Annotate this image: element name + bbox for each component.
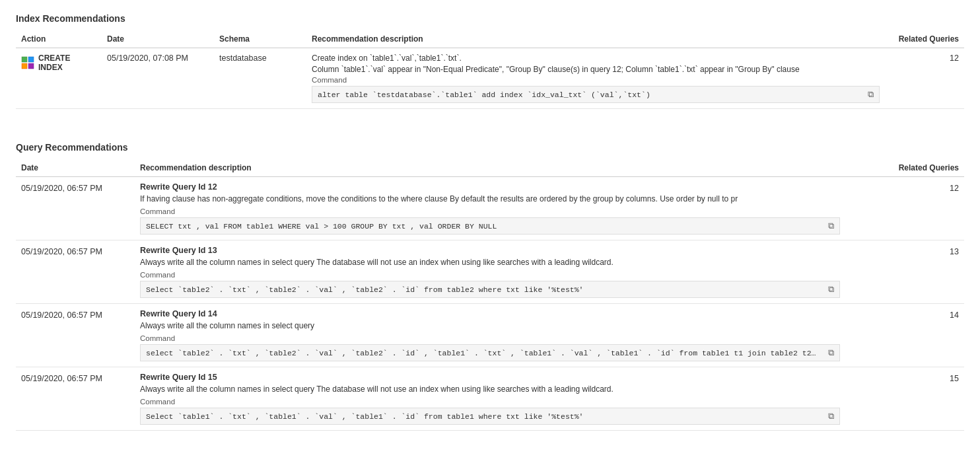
query-recommendations-table: Date Recommendation description Related … [16, 159, 964, 431]
query-rec-description: If having clause has non-aggregate condi… [140, 194, 866, 203]
query-table-row: 05/19/2020, 06:57 PMRewrite Query Id 12I… [16, 177, 964, 240]
copy-icon[interactable]: ⧉ [828, 221, 834, 231]
command-text: alter table `testdatabase`.`table1` add … [318, 91, 858, 99]
query-related-queries-cell: 12 [885, 177, 964, 240]
query-col-related: Related Queries [885, 159, 964, 177]
query-rec-title: Rewrite Query Id 14 [140, 309, 880, 318]
query-related-queries-cell: 15 [885, 367, 964, 431]
query-date-cell: 05/19/2020, 06:57 PM [16, 304, 135, 367]
rec-description-line: Column `table1`.`val` appear in "Non-Equ… [312, 65, 814, 74]
command-box: alter table `testdatabase`.`table1` add … [312, 86, 880, 103]
copy-icon[interactable]: ⧉ [828, 348, 834, 358]
index-action-cell: CREATE INDEX [16, 48, 102, 109]
query-related-queries-cell: 14 [885, 304, 964, 367]
query-command-text: Select `table2` . `txt` , `table2` . `va… [146, 285, 818, 294]
index-recommendations-table: Action Date Schema Recommendation descri… [16, 30, 964, 109]
query-recommendations-section: Query Recommendations Date Recommendatio… [16, 142, 964, 431]
query-date-cell: 05/19/2020, 06:57 PM [16, 177, 135, 240]
index-schema-cell: testdatabase [214, 48, 306, 109]
index-col-desc: Recommendation description [306, 30, 885, 48]
index-col-action: Action [16, 30, 102, 48]
query-command-label: Command [140, 271, 880, 279]
query-rec-description: Always write all the column names in sel… [140, 384, 866, 394]
query-command-text: select `table2` . `txt` , `table2` . `va… [146, 349, 818, 357]
index-section-title: Index Recommendations [16, 13, 964, 24]
query-section-title: Query Recommendations [16, 142, 964, 153]
rec-description-line: Create index on `table1`.`val`,`table1`.… [312, 54, 814, 63]
related-queries-value: 12 [950, 54, 959, 63]
query-rec-description: Always write all the column names in sel… [140, 258, 866, 267]
related-queries-value: 15 [950, 374, 959, 383]
index-related-queries-cell: 12 [885, 48, 964, 109]
index-table-row: CREATE INDEX 05/19/2020, 07:08 PMtestdat… [16, 48, 964, 109]
svg-rect-0 [22, 57, 27, 62]
query-desc-cell: Rewrite Query Id 13Always write all the … [135, 240, 885, 304]
index-recommendations-section: Index Recommendations Action Date Schema… [16, 13, 964, 109]
svg-rect-3 [28, 63, 34, 69]
query-desc-cell: Rewrite Query Id 12If having clause has … [135, 177, 885, 240]
command-label: Command [312, 76, 880, 84]
action-label: CREATE INDEX [38, 54, 96, 72]
query-command-box: Select `table2` . `txt` , `table2` . `va… [140, 281, 840, 298]
query-command-label: Command [140, 334, 880, 342]
query-rec-title: Rewrite Query Id 12 [140, 182, 880, 192]
query-command-box: select `table2` . `txt` , `table2` . `va… [140, 344, 840, 361]
copy-icon[interactable]: ⧉ [828, 412, 834, 421]
query-table-row: 05/19/2020, 06:57 PMRewrite Query Id 15A… [16, 367, 964, 431]
query-rec-description: Always write all the column names in sel… [140, 321, 866, 330]
create-index-icon [21, 56, 34, 69]
query-rec-title: Rewrite Query Id 13 [140, 246, 880, 255]
related-queries-value: 13 [950, 247, 959, 256]
query-date-cell: 05/19/2020, 06:57 PM [16, 240, 135, 304]
query-table-row: 05/19/2020, 06:57 PMRewrite Query Id 14A… [16, 304, 964, 367]
svg-rect-1 [28, 57, 34, 62]
related-queries-value: 12 [950, 184, 959, 193]
query-desc-cell: Rewrite Query Id 14Always write all the … [135, 304, 885, 367]
query-command-box: Select `table1` . `txt` , `table1` . `va… [140, 408, 840, 425]
query-col-date: Date [16, 159, 135, 177]
copy-icon[interactable]: ⧉ [828, 285, 834, 295]
index-col-related: Related Queries [885, 30, 964, 48]
index-desc-cell: Create index on `table1`.`val`,`table1`.… [306, 48, 885, 109]
copy-icon[interactable]: ⧉ [868, 90, 874, 100]
query-command-text: Select `table1` . `txt` , `table1` . `va… [146, 412, 818, 421]
query-command-label: Command [140, 207, 880, 215]
query-rec-title: Rewrite Query Id 15 [140, 373, 880, 382]
related-queries-value: 14 [950, 311, 959, 320]
query-command-text: SELECT txt , val FROM table1 WHERE val >… [146, 222, 818, 231]
query-col-desc: Recommendation description [135, 159, 885, 177]
index-date-cell: 05/19/2020, 07:08 PM [102, 48, 214, 109]
query-desc-cell: Rewrite Query Id 15Always write all the … [135, 367, 885, 431]
query-related-queries-cell: 13 [885, 240, 964, 304]
svg-rect-2 [22, 63, 27, 69]
index-col-date: Date [102, 30, 214, 48]
query-command-label: Command [140, 398, 880, 406]
query-table-row: 05/19/2020, 06:57 PMRewrite Query Id 13A… [16, 240, 964, 304]
query-command-box: SELECT txt , val FROM table1 WHERE val >… [140, 217, 840, 235]
index-col-schema: Schema [214, 30, 306, 48]
query-date-cell: 05/19/2020, 06:57 PM [16, 367, 135, 431]
